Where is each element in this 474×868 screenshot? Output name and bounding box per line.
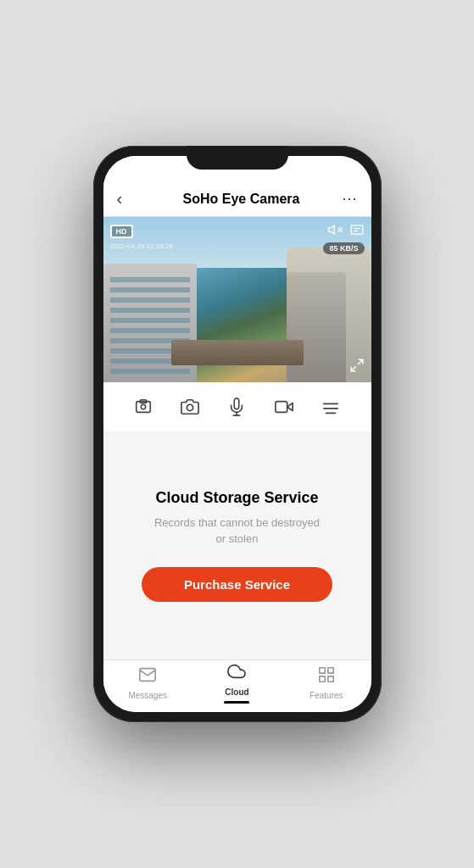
nav-cloud[interactable]: Cloud — [192, 662, 282, 704]
record-button[interactable] — [268, 394, 300, 420]
svg-marker-14 — [287, 403, 292, 410]
svg-marker-0 — [328, 225, 334, 235]
notch — [187, 146, 288, 170]
nav-messages[interactable]: Messages — [103, 665, 192, 700]
video-feed[interactable]: HD — [103, 217, 371, 382]
more-controls-button[interactable] — [315, 394, 347, 420]
road — [171, 340, 304, 365]
cloud-title: Cloud Storage Service — [155, 489, 318, 507]
svg-rect-22 — [320, 676, 325, 682]
nav-cloud-label: Cloud — [225, 687, 248, 697]
mute-icon[interactable] — [327, 222, 343, 240]
video-overlay-top: HD — [110, 222, 365, 240]
purchase-service-button[interactable]: Purchase Service — [142, 567, 332, 602]
svg-rect-20 — [328, 668, 333, 673]
nav-messages-label: Messages — [128, 691, 167, 700]
svg-rect-21 — [328, 676, 333, 682]
screenshot-button[interactable] — [127, 394, 159, 420]
svg-rect-3 — [351, 225, 363, 235]
nav-features-label: Features — [309, 691, 343, 700]
video-top-controls — [327, 222, 365, 240]
microphone-button[interactable] — [220, 394, 253, 420]
speed-badge: 85 KB/S — [323, 242, 364, 254]
camera-controls — [103, 382, 371, 431]
svg-point-11 — [187, 404, 193, 410]
svg-line-7 — [351, 367, 355, 371]
phone-frame: ‹ SoHo Eye Camera ··· HD — [93, 146, 382, 722]
cloud-icon — [227, 662, 246, 685]
phone-screen: ‹ SoHo Eye Camera ··· HD — [103, 156, 371, 712]
features-icon — [317, 665, 336, 688]
photo-button[interactable] — [174, 394, 206, 420]
building-center — [287, 272, 346, 382]
svg-line-6 — [358, 359, 362, 364]
more-button[interactable]: ··· — [342, 190, 357, 208]
fullscreen-icon[interactable] — [349, 358, 365, 376]
hd-badge: HD — [110, 225, 133, 238]
video-timestamp: 2022-04-29 12:29:29 — [110, 242, 173, 250]
svg-rect-19 — [320, 668, 325, 673]
aspect-icon[interactable] — [349, 222, 365, 240]
cloud-storage-section: Cloud Storage Service Records that canno… — [103, 431, 371, 659]
messages-icon — [138, 665, 157, 688]
page-title: SoHo Eye Camera — [183, 192, 300, 207]
back-button[interactable]: ‹ — [117, 189, 141, 209]
active-indicator — [224, 701, 249, 704]
svg-point-10 — [141, 404, 146, 409]
nav-features[interactable]: Features — [282, 665, 371, 700]
cloud-subtitle: Records that cannot be destroyed or stol… — [153, 515, 322, 546]
app-header: ‹ SoHo Eye Camera ··· — [103, 181, 371, 217]
bottom-navigation: Messages Cloud — [103, 659, 371, 712]
svg-rect-15 — [276, 402, 287, 413]
